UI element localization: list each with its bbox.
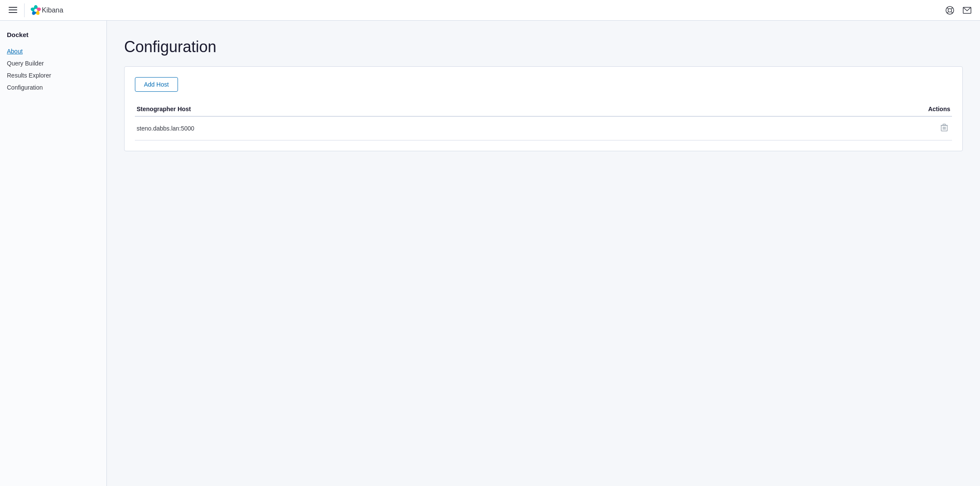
svg-rect-2 [9,12,17,13]
svg-line-13 [951,12,953,13]
delete-host-button[interactable] [938,122,950,135]
sidebar-item-configuration[interactable]: Configuration [0,81,106,93]
svg-line-12 [947,7,949,9]
sidebar-nav: About Query Builder Results Explorer Con… [0,45,106,93]
sidebar: Docket About Query Builder Results Explo… [0,21,107,486]
sidebar-item-about[interactable]: About [0,45,106,57]
help-button[interactable] [942,3,958,17]
svg-rect-0 [9,7,17,8]
app-name-label: Kibana [42,6,63,14]
sidebar-item-results-explorer[interactable]: Results Explorer [0,69,106,81]
table-header-row: Stenographer Host Actions [135,102,952,116]
svg-rect-19 [943,124,946,125]
sidebar-title: Docket [0,31,106,45]
sidebar-label-query-builder[interactable]: Query Builder [7,60,44,67]
host-table: Stenographer Host Actions steno.dabbs.la… [135,102,952,140]
column-header-host: Stenographer Host [135,102,711,116]
menu-toggle-button[interactable] [5,4,21,17]
add-host-button[interactable]: Add Host [135,77,178,92]
app-layout: Docket About Query Builder Results Explo… [0,21,980,486]
main-content: Configuration Add Host Stenographer Host… [107,21,980,486]
topbar: Kibana [0,0,980,21]
host-value: steno.dabbs.lan:5000 [135,116,711,140]
topbar-divider [24,3,25,17]
kibana-logo-icon [30,4,42,16]
svg-line-14 [951,7,953,9]
sidebar-link-about[interactable]: About [7,48,23,55]
svg-rect-1 [9,9,17,10]
page-title: Configuration [124,38,963,56]
table-row: steno.dabbs.lan:5000 [135,116,952,140]
mail-button[interactable] [959,4,975,16]
column-header-actions: Actions [711,102,952,116]
actions-cell [711,116,952,140]
sidebar-label-configuration[interactable]: Configuration [7,84,43,91]
svg-point-9 [34,9,37,12]
configuration-panel: Add Host Stenographer Host Actions steno… [124,66,963,151]
svg-line-15 [947,12,949,13]
sidebar-item-query-builder[interactable]: Query Builder [0,57,106,69]
sidebar-label-results-explorer[interactable]: Results Explorer [7,72,51,79]
svg-point-11 [948,9,952,12]
topbar-right-actions [942,3,975,17]
